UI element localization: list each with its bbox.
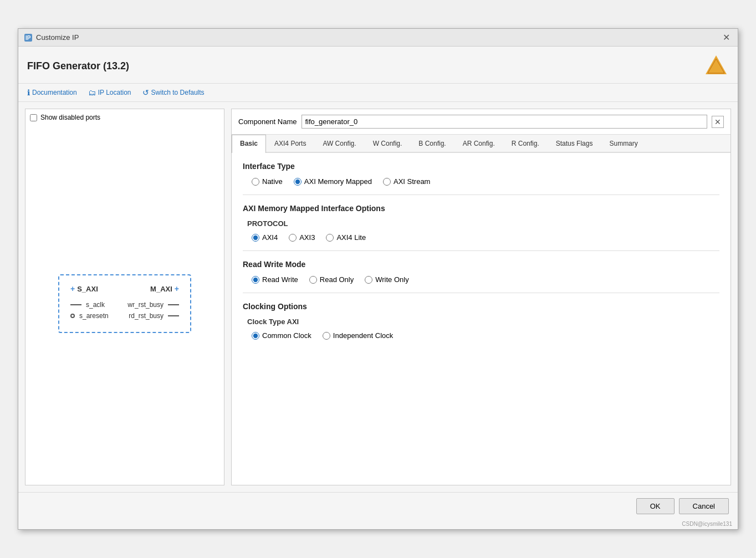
port-line-aclk — [70, 304, 81, 305]
rw-mode-group: Read Write Read Only Write Only — [243, 275, 719, 284]
tab-r-config[interactable]: R Config. — [503, 135, 548, 152]
clock-common[interactable]: Common Clock — [252, 331, 311, 340]
clock-common-label: Common Clock — [262, 331, 311, 340]
ip-location-button[interactable]: 🗂 IP Location — [88, 87, 131, 98]
location-label: IP Location — [98, 89, 131, 96]
protocol-axi3[interactable]: AXI3 — [289, 233, 315, 242]
tab-status-flags[interactable]: Status Flags — [548, 135, 601, 152]
left-port-aclk: s_aclk — [70, 301, 105, 309]
plus-left[interactable]: + — [70, 284, 75, 293]
rw-read-only-radio[interactable] — [309, 276, 317, 284]
plus-right[interactable]: + — [175, 284, 179, 293]
rw-write-only-label: Write Only — [375, 275, 408, 284]
wr-rst-busy-label: wr_rst_busy — [127, 301, 164, 309]
switch-defaults-button[interactable]: ↺ Switch to Defaults — [142, 87, 205, 98]
protocol-axi3-label: AXI3 — [299, 233, 315, 242]
right-port-wr: wr_rst_busy — [127, 301, 179, 309]
protocol-axi3-radio[interactable] — [289, 234, 297, 242]
ok-button[interactable]: OK — [636, 498, 675, 514]
vivado-logo — [703, 53, 729, 79]
rw-write-only[interactable]: Write Only — [365, 275, 408, 284]
titlebar-title: Customize IP — [36, 33, 79, 42]
s-aclk-label: s_aclk — [86, 301, 105, 309]
rw-write-only-radio[interactable] — [365, 276, 372, 284]
tab-ar-config[interactable]: AR Config. — [454, 135, 503, 152]
interface-native[interactable]: Native — [252, 177, 283, 186]
rw-read-only[interactable]: Read Only — [309, 275, 354, 284]
close-button[interactable]: ✕ — [721, 32, 732, 43]
right-port-rd: rd_rst_busy — [129, 312, 179, 320]
refresh-icon: ↺ — [142, 88, 149, 97]
defaults-label: Switch to Defaults — [151, 89, 205, 96]
rw-read-only-label: Read Only — [320, 275, 354, 284]
comp-name-input[interactable] — [302, 115, 708, 129]
protocol-axi4-radio[interactable] — [252, 234, 259, 242]
m-axi-label: M_AXI — [150, 285, 172, 293]
protocol-axi4-lite-label: AXI4 Lite — [336, 233, 366, 242]
show-disabled-checkbox[interactable] — [30, 114, 37, 121]
port-line-wr — [168, 304, 179, 305]
rw-read-write-radio[interactable] — [252, 276, 259, 284]
app-icon: IP — [24, 33, 33, 42]
tab-b-config[interactable]: B Config. — [410, 135, 454, 152]
interface-axi-stream[interactable]: AXI Stream — [383, 177, 430, 186]
protocol-title: PROTOCOL — [243, 219, 719, 228]
clock-independent[interactable]: Independent Clock — [323, 331, 393, 340]
cancel-button[interactable]: Cancel — [679, 498, 729, 514]
port-line-rd — [168, 315, 179, 316]
show-disabled-label[interactable]: Show disabled ports — [40, 114, 100, 121]
rd-rst-busy-label: rd_rst_busy — [129, 312, 164, 320]
toolbar: ℹ Documentation 🗂 IP Location ↺ Switch t… — [18, 84, 738, 102]
tab-content-basic: Interface Type Native AXI Memory Mapped … — [232, 153, 731, 485]
main-content: Show disabled ports + S_AXI M_AXI + — [18, 102, 738, 492]
protocol-axi4-label: AXI4 — [262, 233, 278, 242]
right-panel: Component Name ✕ Basic AXI4 Ports AW Con… — [231, 109, 731, 485]
protocol-axi4[interactable]: AXI4 — [252, 233, 278, 242]
rw-read-write[interactable]: Read Write — [252, 275, 298, 284]
tab-w-config[interactable]: W Config. — [365, 135, 411, 152]
documentation-label: Documentation — [32, 89, 77, 96]
interface-axi-stream-radio[interactable] — [383, 178, 391, 186]
tabs-row: Basic AXI4 Ports AW Config. W Config. B … — [232, 135, 731, 153]
clock-common-radio[interactable] — [252, 332, 259, 340]
comp-name-label: Component Name — [238, 117, 297, 126]
documentation-button[interactable]: ℹ Documentation — [27, 87, 77, 98]
clock-type-title: Clock Type AXI — [243, 318, 719, 326]
show-disabled-row: Show disabled ports — [30, 114, 219, 121]
footer: OK Cancel — [18, 492, 738, 520]
interface-axi-mm-radio[interactable] — [294, 178, 302, 186]
comp-clear-button[interactable]: ✕ — [712, 116, 724, 128]
titlebar: IP Customize IP ✕ — [18, 29, 738, 47]
interface-axi-mm[interactable]: AXI Memory Mapped — [294, 177, 372, 186]
interface-native-radio[interactable] — [252, 178, 259, 186]
titlebar-left: IP Customize IP — [24, 33, 79, 42]
tab-summary[interactable]: Summary — [601, 135, 646, 152]
port-circle-aresetn — [70, 314, 75, 318]
left-panel: Show disabled ports + S_AXI M_AXI + — [25, 109, 224, 485]
left-port-aresetn: s_aresetn — [70, 312, 109, 320]
s-axi-label: S_AXI — [77, 285, 98, 293]
rw-mode-title: Read Write Mode — [243, 260, 719, 269]
interface-type-group: Native AXI Memory Mapped AXI Stream — [243, 177, 719, 186]
block-title-row: + S_AXI M_AXI + — [70, 284, 179, 293]
svg-text:IP: IP — [25, 35, 31, 41]
app-title: FIFO Generator (13.2) — [27, 60, 129, 72]
location-icon: 🗂 — [88, 88, 96, 97]
tab-basic[interactable]: Basic — [232, 135, 266, 153]
info-icon: ℹ — [27, 88, 30, 97]
tab-axi4-ports[interactable]: AXI4 Ports — [266, 135, 314, 152]
protocol-group: AXI4 AXI3 AXI4 Lite — [243, 233, 719, 242]
s-aresetn-label: s_aresetn — [79, 312, 109, 320]
interface-axi-mm-label: AXI Memory Mapped — [304, 177, 372, 186]
clock-independent-radio[interactable] — [323, 332, 330, 340]
block-row-aclk: s_aclk wr_rst_busy — [70, 301, 179, 309]
protocol-axi4-lite-radio[interactable] — [326, 234, 334, 242]
interface-axi-stream-label: AXI Stream — [394, 177, 430, 186]
interface-type-title: Interface Type — [243, 162, 719, 171]
clock-independent-label: Independent Clock — [333, 331, 393, 340]
watermark: CSDN@icysmile131 — [18, 520, 738, 529]
tab-aw-config[interactable]: AW Config. — [314, 135, 364, 152]
block-diagram: + S_AXI M_AXI + s_aclk — [58, 274, 191, 333]
protocol-axi4-lite[interactable]: AXI4 Lite — [326, 233, 366, 242]
diagram-area: + S_AXI M_AXI + s_aclk — [30, 127, 219, 480]
